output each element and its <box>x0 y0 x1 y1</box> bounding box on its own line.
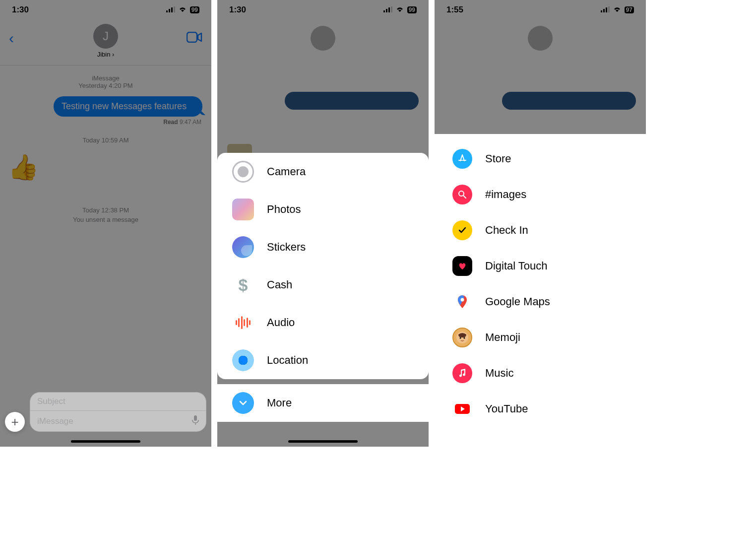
more-item-google-maps[interactable]: Google Maps <box>435 284 646 320</box>
more-item-store[interactable]: Store <box>435 141 646 177</box>
menu-item-cash[interactable]: $ Cash <box>217 266 429 304</box>
svg-point-16 <box>461 298 464 302</box>
music-note-icon <box>452 363 472 383</box>
photos-icon <box>232 199 254 220</box>
message-field[interactable]: iMessage <box>30 410 206 432</box>
svg-point-18 <box>460 337 461 339</box>
menu-label: Music <box>485 367 513 380</box>
menu-label: Cash <box>267 278 292 291</box>
svg-point-19 <box>464 337 465 339</box>
home-indicator[interactable] <box>71 440 140 443</box>
search-icon <box>452 185 472 204</box>
menu-item-more[interactable]: More <box>217 384 429 422</box>
attachment-menu: Camera Photos Stickers $ Cash Audio <box>217 153 429 447</box>
more-apps-list: Store #images Check In Digital Touch Goo… <box>435 134 646 447</box>
compose-area: + Subject iMessage <box>0 387 211 447</box>
menu-label: Digital Touch <box>485 260 548 272</box>
memoji-icon <box>452 328 472 347</box>
menu-label: Store <box>485 152 511 165</box>
youtube-icon <box>452 399 472 419</box>
more-item-images[interactable]: #images <box>435 177 646 212</box>
mic-icon[interactable] <box>192 415 199 427</box>
appstore-icon <box>452 149 472 169</box>
screenshot-3: 1:55 97 Store #images <box>435 0 646 447</box>
menu-label: Memoji <box>485 331 520 344</box>
screenshot-2: 1:30 99 Camera Photos Stickers <box>217 0 429 447</box>
menu-label: Audio <box>267 316 295 329</box>
menu-label: Photos <box>267 203 301 216</box>
menu-label: More <box>267 397 292 409</box>
svg-line-15 <box>463 196 466 198</box>
home-indicator[interactable] <box>288 440 358 443</box>
menu-item-stickers[interactable]: Stickers <box>217 228 429 266</box>
subject-field[interactable]: Subject <box>30 392 206 410</box>
menu-label: Location <box>267 354 308 367</box>
cash-icon: $ <box>232 274 254 296</box>
screenshot-1: 1:30 99 ‹ J Jibin › iMessage Yesterday 4… <box>0 0 211 447</box>
more-item-digital-touch[interactable]: Digital Touch <box>435 248 646 284</box>
more-item-music[interactable]: Music <box>435 355 646 391</box>
camera-icon <box>232 161 254 183</box>
menu-item-audio[interactable]: Audio <box>217 304 429 341</box>
menu-item-camera[interactable]: Camera <box>217 153 429 191</box>
menu-label: Google Maps <box>485 295 550 308</box>
menu-item-location[interactable]: Location <box>217 341 429 379</box>
menu-label: Stickers <box>267 241 306 254</box>
menu-label: Check In <box>485 224 528 237</box>
more-item-checkin[interactable]: Check In <box>435 212 646 248</box>
chevron-down-icon <box>232 392 254 414</box>
heart-icon <box>452 256 472 276</box>
menu-label: Camera <box>267 165 306 178</box>
plus-button[interactable]: + <box>5 412 25 432</box>
more-item-youtube[interactable]: YouTube <box>435 391 646 427</box>
menu-label: #images <box>485 188 526 201</box>
stickers-icon <box>232 236 254 258</box>
svg-rect-5 <box>194 415 197 421</box>
more-item-memoji[interactable]: Memoji <box>435 320 646 355</box>
menu-label: YouTube <box>485 402 528 415</box>
location-icon <box>232 349 254 371</box>
menu-item-photos[interactable]: Photos <box>217 191 429 228</box>
check-icon <box>452 220 472 240</box>
audio-icon <box>232 312 254 334</box>
maps-pin-icon <box>452 292 472 312</box>
